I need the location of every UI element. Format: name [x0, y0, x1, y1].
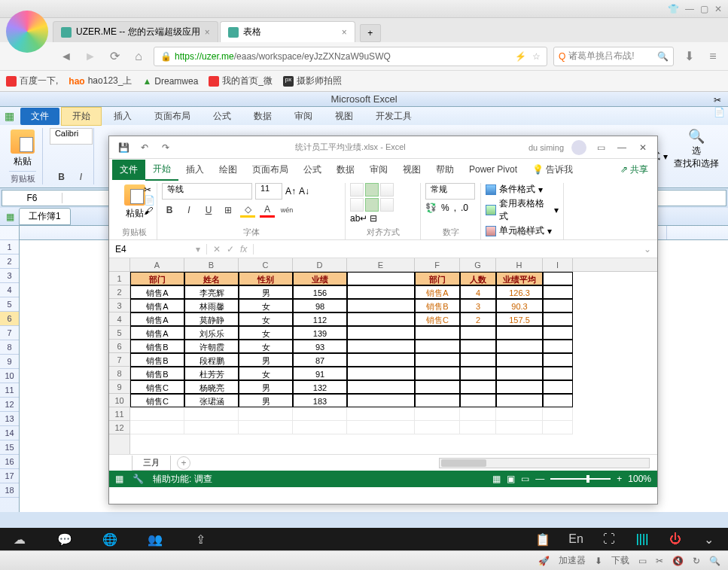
- bookmark-item[interactable]: 我的首页_微: [209, 75, 273, 87]
- ribbon-mode-icon[interactable]: ▭: [594, 141, 608, 154]
- cell[interactable]: [543, 285, 573, 299]
- reload-button[interactable]: ⟳: [105, 47, 123, 66]
- cell[interactable]: [543, 353, 573, 367]
- bookmark-item[interactable]: 百度一下,: [6, 75, 58, 87]
- name-box[interactable]: F6: [2, 193, 62, 203]
- tell-me[interactable]: 💡 告诉我: [525, 160, 580, 180]
- cell[interactable]: 156: [293, 285, 347, 299]
- mute-icon[interactable]: 🔇: [672, 556, 684, 566]
- menu-view[interactable]: 视图: [395, 160, 428, 180]
- percent-icon[interactable]: %: [441, 203, 449, 213]
- horizontal-scrollbar[interactable]: [439, 458, 650, 468]
- zoom-level[interactable]: 100%: [628, 474, 651, 484]
- workbook-tab[interactable]: 工作簿1: [19, 208, 71, 225]
- font-color-button[interactable]: A: [260, 203, 275, 218]
- download-label[interactable]: 下载: [611, 554, 629, 567]
- align-tr[interactable]: [380, 183, 394, 197]
- menu-formula[interactable]: 公式: [203, 108, 242, 125]
- menu-insert[interactable]: 插入: [178, 160, 212, 180]
- menu-layout[interactable]: 页面布局: [144, 108, 201, 125]
- menu-review[interactable]: 审阅: [284, 108, 323, 125]
- cell[interactable]: 销售A: [130, 299, 184, 312]
- tab-close-icon[interactable]: ×: [205, 27, 210, 38]
- cell[interactable]: [415, 394, 460, 407]
- cell[interactable]: 张珺涵: [184, 394, 239, 407]
- cell[interactable]: 销售B: [130, 367, 184, 380]
- url-input[interactable]: 🔒 https://uzer.me/eaas/workspace/eyJzZXN…: [154, 47, 547, 66]
- cond-format-button[interactable]: 条件格式▾: [486, 183, 559, 196]
- col-header[interactable]: E: [347, 258, 415, 271]
- copy-icon[interactable]: 📄: [714, 107, 725, 117]
- row-header[interactable]: 3: [0, 269, 19, 283]
- save-icon[interactable]: 💾: [117, 141, 130, 154]
- cut-icon[interactable]: ✂: [144, 184, 155, 195]
- expand-icon[interactable]: ⌄: [638, 244, 657, 255]
- menu-view[interactable]: 视图: [324, 108, 364, 125]
- share-icon[interactable]: ⇪: [193, 532, 208, 547]
- accessibility-icon[interactable]: 🔧: [133, 474, 144, 484]
- inc-dec-icon[interactable]: .0: [461, 203, 468, 213]
- bold-button[interactable]: B: [54, 169, 69, 184]
- row-header[interactable]: 3: [109, 299, 129, 312]
- cell[interactable]: [347, 407, 415, 421]
- cell[interactable]: [496, 380, 543, 394]
- cell[interactable]: 女: [239, 367, 293, 380]
- cell[interactable]: 销售B: [415, 299, 460, 312]
- cell[interactable]: [415, 367, 460, 380]
- fill-color-button[interactable]: ◇: [240, 203, 255, 218]
- name-box[interactable]: E4▾: [109, 244, 207, 255]
- cell[interactable]: 126.3: [496, 285, 543, 299]
- number-format[interactable]: 常规: [425, 183, 475, 200]
- cell[interactable]: 销售C: [130, 380, 184, 394]
- tshirt-icon[interactable]: 👕: [668, 4, 679, 14]
- cell[interactable]: 杜芳芳: [184, 367, 239, 380]
- cell[interactable]: 许朝霞: [184, 340, 239, 353]
- row-header[interactable]: 2: [0, 255, 19, 269]
- brush-icon[interactable]: 🖌: [144, 206, 155, 216]
- row-header[interactable]: 16: [0, 455, 19, 469]
- menu-insert[interactable]: 插入: [103, 108, 142, 125]
- row-header[interactable]: 5: [109, 326, 129, 340]
- comma-icon[interactable]: ,: [454, 203, 456, 213]
- ime-icon[interactable]: En: [568, 532, 583, 547]
- home-button[interactable]: ⌂: [129, 47, 148, 66]
- tab-close-icon[interactable]: ×: [342, 27, 347, 38]
- cell[interactable]: 业绩: [293, 272, 347, 285]
- view-layout-icon[interactable]: ▣: [507, 474, 515, 484]
- restore-icon[interactable]: ↻: [693, 556, 700, 566]
- cell[interactable]: 男: [239, 353, 293, 367]
- cell[interactable]: 销售C: [130, 394, 184, 407]
- cell[interactable]: [347, 353, 415, 367]
- col-header[interactable]: B: [184, 258, 239, 271]
- browser-tab-1[interactable]: UZER.ME -- 您的云端超级应用 ×: [53, 21, 218, 42]
- cell[interactable]: [239, 421, 293, 434]
- menu-dev[interactable]: 开发工具: [365, 108, 422, 125]
- cell[interactable]: 157.5: [496, 312, 543, 326]
- cell[interactable]: 98: [293, 299, 347, 312]
- menu-formula[interactable]: 公式: [296, 160, 329, 180]
- align-tc[interactable]: [365, 183, 379, 197]
- cell[interactable]: 杨晓亮: [184, 380, 239, 394]
- row-header[interactable]: 6: [109, 340, 129, 353]
- cell[interactable]: 销售A: [130, 312, 184, 326]
- align-tl[interactable]: [350, 183, 364, 197]
- cell[interactable]: [543, 421, 573, 434]
- cell[interactable]: [496, 326, 543, 340]
- cell[interactable]: 139: [293, 326, 347, 340]
- cell[interactable]: [184, 421, 239, 434]
- star-icon[interactable]: ☆: [532, 51, 541, 62]
- cell[interactable]: 刘乐乐: [184, 326, 239, 340]
- grow-font-icon[interactable]: A↑: [285, 186, 296, 197]
- cell[interactable]: [460, 340, 496, 353]
- cloud-icon[interactable]: ☁: [12, 532, 27, 547]
- minimize-icon[interactable]: —: [615, 141, 629, 154]
- cell[interactable]: 销售B: [130, 340, 184, 353]
- cell[interactable]: [347, 380, 415, 394]
- cell[interactable]: 2: [460, 312, 496, 326]
- zoom-slider[interactable]: [550, 478, 611, 480]
- cell[interactable]: [496, 407, 543, 421]
- table-format-button[interactable]: 套用表格格式▾: [486, 197, 559, 223]
- row-header[interactable]: 4: [0, 283, 19, 297]
- view-break-icon[interactable]: ▭: [521, 474, 529, 484]
- close-icon[interactable]: ✕: [636, 141, 650, 154]
